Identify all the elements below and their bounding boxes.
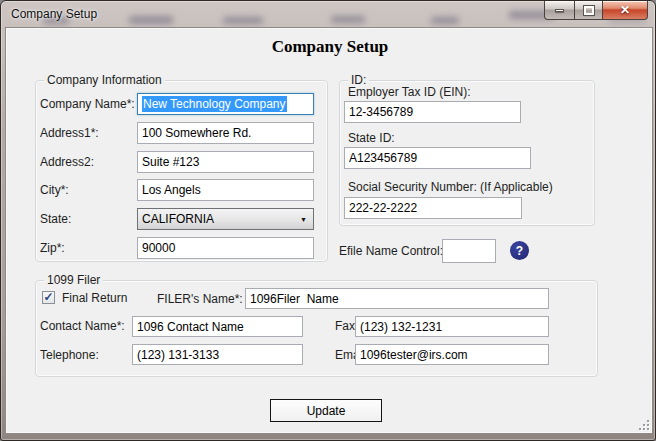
chevron-down-icon: ▼	[300, 216, 307, 223]
state-dropdown[interactable]: CALIFORNIA ▼	[137, 208, 314, 230]
city-label: City*:	[40, 183, 69, 197]
window-title: Company Setup	[11, 7, 97, 21]
address1-label: Address1*:	[40, 126, 99, 140]
dialog-client-area: Company Setup Company Information Compan…	[5, 27, 653, 434]
final-return-label: Final Return	[62, 291, 127, 305]
maximize-icon	[584, 6, 594, 15]
filers-name-label: FILER's Name*:	[157, 292, 243, 306]
contact-name-input[interactable]	[132, 316, 303, 337]
filers-name-input[interactable]	[245, 288, 549, 309]
fax-input[interactable]	[355, 316, 549, 337]
state-label: State:	[40, 212, 71, 226]
ssn-label: Social Security Number: (If Applicable)	[348, 180, 553, 194]
minimize-icon	[555, 9, 564, 12]
ssn-input[interactable]	[344, 197, 522, 219]
zip-label: Zip*:	[40, 241, 65, 255]
close-icon: ✕	[620, 4, 630, 16]
contact-name-label: Contact Name*:	[40, 319, 125, 333]
close-button[interactable]: ✕	[603, 1, 648, 20]
checkmark-icon: ✓	[43, 291, 53, 303]
maximize-button[interactable]	[574, 1, 603, 20]
minimize-button[interactable]	[544, 1, 574, 20]
efile-name-control-input[interactable]	[442, 239, 496, 263]
company-setup-window: Company Setup ✕ Company Setup Company In…	[0, 0, 656, 441]
company-name-input[interactable]: New Technology Company	[137, 93, 314, 115]
company-name-label: Company Name*:	[40, 97, 135, 111]
ein-input[interactable]	[344, 101, 521, 123]
resize-grip[interactable]	[639, 420, 649, 430]
filer-1099-legend: 1099 Filer	[44, 273, 103, 287]
address2-label: Address2:	[40, 155, 94, 169]
telephone-label: Telephone:	[40, 348, 99, 362]
help-icon-glyph: ?	[516, 244, 523, 258]
help-icon[interactable]: ?	[510, 241, 529, 260]
state-id-input[interactable]	[344, 147, 531, 169]
state-id-label: State ID:	[348, 131, 395, 145]
final-return-checkbox[interactable]: ✓	[42, 291, 55, 304]
update-button[interactable]: Update	[270, 399, 382, 422]
caption-buttons: ✕	[544, 1, 648, 20]
company-information-legend: Company Information	[44, 73, 165, 87]
address1-input[interactable]	[137, 122, 314, 144]
zip-input[interactable]	[137, 237, 314, 259]
company-name-selected-text: New Technology Company	[142, 96, 287, 112]
telephone-input[interactable]	[132, 344, 303, 365]
address2-input[interactable]	[137, 151, 314, 173]
city-input[interactable]	[137, 179, 314, 201]
efile-name-control-label: Efile Name Control:	[339, 244, 443, 258]
page-title: Company Setup	[6, 37, 654, 57]
email-input[interactable]	[355, 344, 549, 365]
state-dropdown-value: CALIFORNIA	[142, 212, 214, 226]
ein-label: Employer Tax ID (EIN):	[348, 85, 470, 99]
